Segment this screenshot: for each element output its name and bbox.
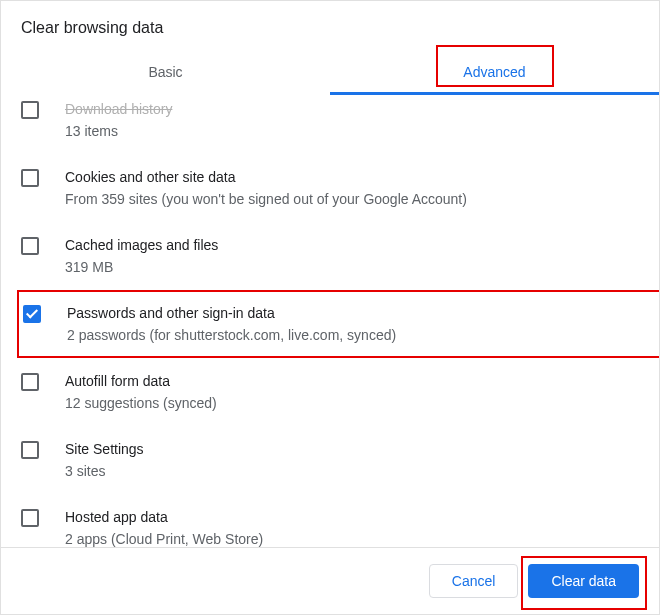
item-site-settings: Site Settings 3 sites: [21, 426, 639, 494]
item-title: Autofill form data: [65, 371, 639, 391]
item-title: Download history: [65, 99, 639, 119]
item-text: Download history 13 items: [65, 99, 639, 141]
item-title: Hosted app data: [65, 507, 639, 527]
item-hosted-app: Hosted app data 2 apps (Cloud Print, Web…: [21, 494, 639, 547]
checkbox-passwords[interactable]: [23, 305, 41, 323]
item-sub: 319 MB: [65, 257, 639, 277]
dialog-footer: Cancel Clear data: [1, 548, 659, 614]
item-sub: 3 sites: [65, 461, 639, 481]
item-sub: 2 passwords (for shutterstock.com, live.…: [67, 325, 637, 345]
item-sub: 2 apps (Cloud Print, Web Store): [65, 529, 639, 547]
clear-data-button[interactable]: Clear data: [528, 564, 639, 598]
dialog-title: Clear browsing data: [1, 1, 659, 51]
item-cached: Cached images and files 319 MB: [21, 222, 639, 290]
checkbox-site-settings[interactable]: [21, 441, 39, 459]
item-title: Cookies and other site data: [65, 167, 639, 187]
item-text: Cached images and files 319 MB: [65, 235, 639, 277]
item-download-history: Download history 13 items: [21, 95, 639, 154]
checkbox-hosted-app[interactable]: [21, 509, 39, 527]
tab-advanced-label: Advanced: [463, 64, 525, 80]
item-title: Site Settings: [65, 439, 639, 459]
item-text: Cookies and other site data From 359 sit…: [65, 167, 639, 209]
scroll-area: Download history 13 items Cookies and ot…: [1, 95, 659, 548]
tab-basic[interactable]: Basic: [1, 51, 330, 95]
checkbox-cookies[interactable]: [21, 169, 39, 187]
item-passwords: Passwords and other sign-in data 2 passw…: [17, 290, 659, 358]
item-text: Site Settings 3 sites: [65, 439, 639, 481]
item-list[interactable]: Download history 13 items Cookies and ot…: [1, 95, 659, 547]
checkbox-autofill[interactable]: [21, 373, 39, 391]
item-text: Passwords and other sign-in data 2 passw…: [67, 303, 637, 345]
tabs: Basic Advanced: [1, 51, 659, 95]
clear-browsing-data-dialog: Clear browsing data Basic Advanced Downl…: [0, 0, 660, 615]
item-sub: 13 items: [65, 121, 639, 141]
item-title: Cached images and files: [65, 235, 639, 255]
item-text: Hosted app data 2 apps (Cloud Print, Web…: [65, 507, 639, 547]
checkbox-cached[interactable]: [21, 237, 39, 255]
item-cookies: Cookies and other site data From 359 sit…: [21, 154, 639, 222]
item-text: Autofill form data 12 suggestions (synce…: [65, 371, 639, 413]
item-title: Passwords and other sign-in data: [67, 303, 637, 323]
cancel-button[interactable]: Cancel: [429, 564, 519, 598]
item-sub: From 359 sites (you won't be signed out …: [65, 189, 639, 209]
checkbox-download-history[interactable]: [21, 101, 39, 119]
item-autofill: Autofill form data 12 suggestions (synce…: [21, 358, 639, 426]
item-sub: 12 suggestions (synced): [65, 393, 639, 413]
tab-advanced[interactable]: Advanced: [330, 51, 659, 95]
